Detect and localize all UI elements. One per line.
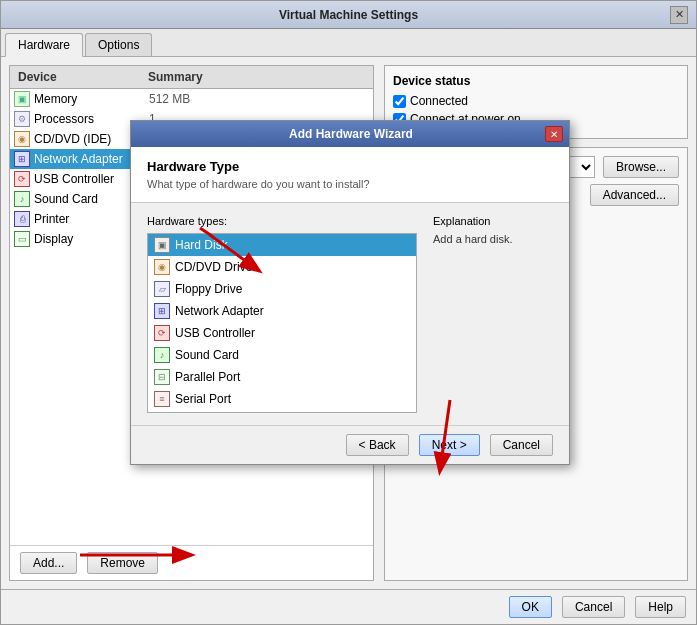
hw-item-usb[interactable]: ⟳ USB Controller <box>148 322 416 344</box>
wizard-title-bar: Add Hardware Wizard ✕ <box>131 121 569 147</box>
hw-parallel-icon: ⊟ <box>154 369 170 385</box>
ok-button[interactable]: OK <box>509 596 552 618</box>
hw-item-serial[interactable]: ≡ Serial Port <box>148 388 416 410</box>
hw-item-harddisk[interactable]: ▣ Hard Disk <box>148 234 416 256</box>
wizard-header-subtitle: What type of hardware do you want to ins… <box>147 178 553 190</box>
device-summary-memory: 512 MB <box>149 92 369 106</box>
title-bar: Virtual Machine Settings ✕ <box>1 1 696 29</box>
hardware-types-section: Hardware types: ▣ Hard Disk ◉ CD/DVD Dri… <box>147 215 417 413</box>
hw-label-cddvd: CD/DVD Drive <box>175 260 252 274</box>
wizard-header: Hardware Type What type of hardware do y… <box>131 147 569 203</box>
device-table-header: Device Summary <box>10 66 373 89</box>
cancel-button[interactable]: Cancel <box>562 596 625 618</box>
remove-button[interactable]: Remove <box>87 552 158 574</box>
hw-item-printer[interactable]: ⎙ Printer <box>148 410 416 413</box>
hw-sound-icon: ♪ <box>154 347 170 363</box>
hw-item-cddvd[interactable]: ◉ CD/DVD Drive <box>148 256 416 278</box>
bottom-right-buttons: OK Cancel Help <box>505 596 686 618</box>
hw-label-parallel: Parallel Port <box>175 370 240 384</box>
hw-floppy-icon: ▱ <box>154 281 170 297</box>
col-summary: Summary <box>144 68 369 86</box>
wizard-header-title: Hardware Type <box>147 159 553 174</box>
hw-item-network[interactable]: ⊞ Network Adapter <box>148 300 416 322</box>
bottom-bar: OK Cancel Help <box>1 589 696 624</box>
wizard-dialog: Add Hardware Wizard ✕ Hardware Type What… <box>130 120 570 465</box>
display-icon: ▭ <box>14 231 30 247</box>
tabs-bar: Hardware Options <box>1 29 696 57</box>
memory-icon: ▣ <box>14 91 30 107</box>
tab-hardware[interactable]: Hardware <box>5 33 83 57</box>
sound-icon: ♪ <box>14 191 30 207</box>
add-button[interactable]: Add... <box>20 552 77 574</box>
hd-icon: ▣ <box>154 237 170 253</box>
hw-item-sound[interactable]: ♪ Sound Card <box>148 344 416 366</box>
browse-button[interactable]: Browse... <box>603 156 679 178</box>
col-device: Device <box>14 68 144 86</box>
cd-icon: ◉ <box>14 131 30 147</box>
cpu-icon: ⚙ <box>14 111 30 127</box>
hw-net-icon: ⊞ <box>154 303 170 319</box>
device-row-memory[interactable]: ▣ Memory 512 MB <box>10 89 373 109</box>
explanation-text: Add a hard disk. <box>433 233 553 245</box>
hw-label-serial: Serial Port <box>175 392 231 406</box>
hw-usb-icon: ⟳ <box>154 325 170 341</box>
usb-icon: ⟳ <box>14 171 30 187</box>
wizard-body: Hardware types: ▣ Hard Disk ◉ CD/DVD Dri… <box>131 203 569 425</box>
hw-item-floppy[interactable]: ▱ Floppy Drive <box>148 278 416 300</box>
wizard-close-button[interactable]: ✕ <box>545 126 563 142</box>
hw-label-floppy: Floppy Drive <box>175 282 242 296</box>
connected-row: Connected <box>393 94 679 108</box>
wizard-cancel-button[interactable]: Cancel <box>490 434 553 456</box>
explanation-section: Explanation Add a hard disk. <box>433 215 553 413</box>
hardware-types-label: Hardware types: <box>147 215 417 227</box>
network-icon: ⊞ <box>14 151 30 167</box>
hw-label-sound: Sound Card <box>175 348 239 362</box>
advanced-button[interactable]: Advanced... <box>590 184 679 206</box>
device-status-title: Device status <box>393 74 679 88</box>
hardware-list[interactable]: ▣ Hard Disk ◉ CD/DVD Drive ▱ Floppy Driv… <box>147 233 417 413</box>
wizard-back-button[interactable]: < Back <box>346 434 409 456</box>
connected-checkbox[interactable] <box>393 95 406 108</box>
hw-cd-icon: ◉ <box>154 259 170 275</box>
wizard-footer: < Back Next > Cancel <box>131 425 569 464</box>
device-name-memory: Memory <box>34 92 149 106</box>
hw-serial-icon: ≡ <box>154 391 170 407</box>
wizard-next-button[interactable]: Next > <box>419 434 480 456</box>
hw-label-network: Network Adapter <box>175 304 264 318</box>
connected-label: Connected <box>410 94 468 108</box>
window-title: Virtual Machine Settings <box>27 8 670 22</box>
hw-label-usb: USB Controller <box>175 326 255 340</box>
hw-item-parallel[interactable]: ⊟ Parallel Port <box>148 366 416 388</box>
hw-label-harddisk: Hard Disk <box>175 238 228 252</box>
explanation-label: Explanation <box>433 215 553 227</box>
window-close-button[interactable]: ✕ <box>670 6 688 24</box>
help-button[interactable]: Help <box>635 596 686 618</box>
printer-icon: ⎙ <box>14 211 30 227</box>
wizard-title: Add Hardware Wizard <box>157 127 545 141</box>
tab-options[interactable]: Options <box>85 33 152 56</box>
